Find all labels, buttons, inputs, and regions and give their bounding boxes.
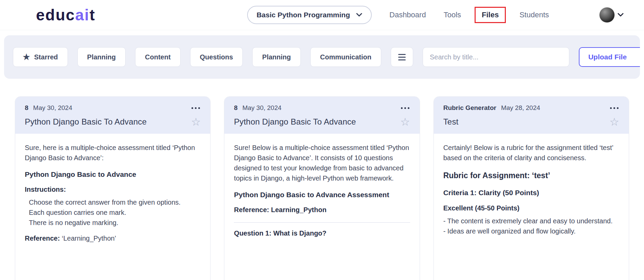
instruction-line: There is no negative marking. (29, 218, 201, 228)
reference-label: Reference: (25, 235, 60, 242)
course-selector-dropdown[interactable]: Basic Python Programming (247, 6, 372, 24)
file-card-1[interactable]: 8 May 30, 2024 Python Django Basic To Ad… (15, 96, 210, 280)
filter-chip-planning-2[interactable]: Planning (252, 47, 300, 67)
more-options-icon[interactable] (400, 105, 410, 111)
rubric-point: - The content is extremely clear and eas… (443, 216, 619, 226)
card-header: Rubric Generator May 28, 2024 Test ☆ (434, 97, 629, 134)
card-body: Certainly! Below is a rubric for the ass… (434, 134, 629, 245)
filter-chip-communication[interactable]: Communication (310, 47, 381, 67)
file-card-2[interactable]: 8 May 30, 2024 Python Django Basic To Ad… (224, 96, 420, 280)
top-navbar: educait Basic Python Programming Dashboa… (0, 0, 644, 30)
reference-line: Reference: Learning_Python (234, 205, 410, 215)
card-source: 8 (25, 104, 29, 112)
hamburger-icon (398, 54, 406, 60)
criteria-heading: Criteria 1: Clarity (50 Points) (443, 187, 619, 198)
card-header: 8 May 30, 2024 Python Django Basic To Ad… (224, 97, 419, 134)
filter-chip-starred[interactable]: ★ Starred (13, 47, 68, 67)
more-options-icon[interactable] (609, 105, 619, 111)
star-icon: ★ (23, 53, 30, 61)
card-body: Sure, here is a multiple-choice assessme… (15, 134, 210, 257)
avatar (599, 7, 615, 23)
card-header: 8 May 30, 2024 Python Django Basic To Ad… (15, 97, 210, 134)
card-subheading: Instructions: (25, 184, 201, 194)
card-source: 8 (234, 104, 238, 112)
app-logo: educait (36, 6, 95, 24)
logo-part-educ: educ (36, 6, 75, 24)
filter-toolbar: ★ Starred Planning Content Questions Pla… (4, 35, 640, 79)
card-heading: Python Django Basic to Advance (25, 169, 201, 180)
card-title: Python Django Basic To Advance (234, 117, 356, 127)
more-options-icon[interactable] (191, 105, 201, 111)
instruction-line: Each question carries one mark. (29, 207, 201, 218)
reference-line: Reference: ‘Learning_Python’ (25, 233, 201, 243)
card-body: Sure! Below is a multiple-choice assessm… (224, 134, 419, 250)
logo-part-ai: ai (75, 6, 89, 24)
card-heading: Python Django Basic to Advance Assessmen… (234, 189, 410, 200)
logo-part-t: t (90, 6, 95, 24)
filter-chip-content[interactable]: Content (135, 47, 181, 67)
card-date: May 30, 2024 (33, 104, 72, 112)
starred-label: Starred (34, 53, 58, 61)
nav-link-tools[interactable]: Tools (444, 11, 461, 19)
star-outline-icon[interactable]: ☆ (187, 117, 201, 127)
search-input[interactable] (423, 47, 569, 67)
user-menu[interactable] (599, 7, 624, 23)
card-date: May 28, 2024 (501, 104, 540, 112)
instruction-lines: Choose the correct answer from the given… (25, 197, 201, 228)
instruction-line: Choose the correct answer from the given… (29, 197, 201, 207)
chevron-down-icon (618, 13, 624, 17)
list-view-button[interactable] (391, 47, 413, 67)
card-source: Rubric Generator (443, 104, 496, 112)
star-outline-icon[interactable]: ☆ (396, 117, 410, 127)
nav-link-dashboard[interactable]: Dashboard (389, 11, 426, 19)
card-date: May 30, 2024 (242, 104, 281, 112)
rubric-points: - The content is extremely clear and eas… (443, 216, 619, 236)
card-title: Python Django Basic To Advance (25, 117, 147, 127)
rubric-heading: Rubric for Assignment: ‘test’ (443, 170, 619, 182)
filter-chip-questions[interactable]: Questions (190, 47, 243, 67)
divider (234, 222, 410, 223)
star-outline-icon[interactable]: ☆ (605, 117, 619, 127)
nav-link-files[interactable]: Files (475, 7, 506, 23)
reference-value: ‘Learning_Python’ (60, 235, 116, 242)
card-title: Test (443, 117, 459, 127)
question-heading: Question 1: What is Django? (234, 228, 410, 238)
card-intro: Sure, here is a multiple-choice assessme… (25, 143, 201, 163)
course-selector-label: Basic Python Programming (257, 11, 350, 19)
upload-file-button[interactable]: Upload File (579, 47, 640, 67)
card-intro: Sure! Below is a multiple-choice assessm… (234, 143, 410, 183)
files-grid: 8 May 30, 2024 Python Django Basic To Ad… (0, 96, 644, 280)
nav-link-students[interactable]: Students (519, 11, 549, 19)
rubric-point: - Ideas are well organized and flow logi… (443, 226, 619, 236)
file-card-3[interactable]: Rubric Generator May 28, 2024 Test ☆ Cer… (434, 96, 629, 280)
card-intro: Certainly! Below is a rubric for the ass… (443, 143, 619, 163)
filter-chip-planning[interactable]: Planning (77, 47, 126, 67)
chevron-down-icon (356, 13, 362, 17)
level-heading: Excellent (45-50 Points) (443, 203, 619, 213)
